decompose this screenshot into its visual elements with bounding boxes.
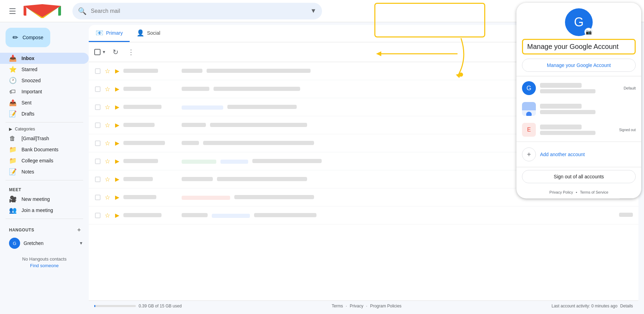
dropdown-footer: Privacy Policy • Terms of Service: [516, 187, 641, 198]
row-star-icon[interactable]: ☆: [104, 176, 111, 183]
college-label: College emails: [21, 158, 53, 163]
no-hangouts-text: No Hangouts contacts: [22, 256, 67, 262]
row-important-icon[interactable]: ▶: [114, 122, 121, 129]
row-sender: [123, 68, 179, 74]
row-checkbox[interactable]: [94, 122, 101, 129]
account-2-info: [540, 104, 636, 114]
row-star-icon[interactable]: ☆: [104, 140, 111, 147]
row-checkbox[interactable]: [94, 68, 101, 75]
sent-icon: 📤: [9, 99, 16, 107]
meet-divider: [6, 180, 83, 180]
sidebar-item-notes[interactable]: 📝 Notes: [0, 166, 89, 177]
row-important-icon[interactable]: ▶: [114, 158, 121, 165]
find-someone-link[interactable]: Find someone: [9, 263, 80, 268]
row-important-icon[interactable]: ▶: [114, 212, 121, 219]
add-hangouts-button[interactable]: +: [75, 226, 83, 234]
row-important-icon[interactable]: ▶: [114, 104, 121, 111]
row-checkbox[interactable]: [94, 104, 101, 111]
select-all-checkbox[interactable]: [94, 49, 101, 55]
important-icon: 🏷: [9, 88, 16, 95]
sidebar-item-inbox[interactable]: 📥 Inbox: [0, 53, 89, 64]
row-checkbox[interactable]: [94, 158, 101, 165]
meet-section-header: Meet: [0, 183, 89, 194]
row-important-icon[interactable]: ▶: [114, 140, 121, 147]
row-star-icon[interactable]: ☆: [104, 86, 111, 93]
sidebar-item-starred[interactable]: ⭐ Starred: [0, 64, 89, 75]
categories-label: Categories: [15, 127, 35, 131]
college-icon: 📁: [9, 157, 16, 164]
hangouts-user-avatar: G: [9, 238, 20, 249]
details-link[interactable]: Details: [620, 304, 633, 308]
privacy-link[interactable]: Privacy: [350, 304, 363, 308]
table-row[interactable]: ☆ ▶: [89, 206, 638, 224]
row-content: [123, 213, 602, 218]
row-important-icon[interactable]: ▶: [114, 68, 121, 75]
account-1-avatar: G: [522, 81, 536, 95]
account-1-email: [540, 89, 595, 93]
row-date: [605, 213, 633, 218]
last-activity-text: Last account activity: 0 minutes ago: [551, 304, 617, 308]
hangouts-user-item[interactable]: G Gretchen ▼: [0, 236, 89, 251]
terms-of-service-link[interactable]: Terms of Service: [580, 190, 608, 194]
account-row-1[interactable]: G Default: [516, 78, 641, 99]
large-avatar-container: G 📷: [516, 3, 641, 39]
important-label: Important: [21, 89, 83, 94]
sent-label: Sent: [21, 100, 83, 105]
sidebar-item-sent[interactable]: 📤 Sent: [0, 97, 89, 108]
storage-text: 0.39 GB of 15 GB used: [139, 304, 182, 308]
row-checkbox[interactable]: [94, 140, 101, 147]
compose-button[interactable]: ✏ Compose: [6, 28, 50, 47]
sidebar-item-college-emails[interactable]: 📁 College emails: [0, 155, 89, 166]
more-options-button[interactable]: ⋮: [124, 45, 138, 59]
row-star-icon[interactable]: ☆: [104, 158, 111, 165]
row-star-icon[interactable]: ☆: [104, 122, 111, 129]
search-options-icon[interactable]: ▼: [310, 7, 316, 15]
sidebar-item-join-meeting[interactable]: 👥 Join a meeting: [0, 205, 89, 216]
account-1-info: [540, 83, 619, 93]
categories-section[interactable]: ▶ Categories: [0, 125, 89, 133]
sidebar-item-snoozed[interactable]: 🕐 Snoozed: [0, 75, 89, 86]
row-checkbox[interactable]: [94, 212, 101, 219]
annotation-arrow: [374, 38, 464, 70]
snoozed-label: Snoozed: [21, 78, 83, 83]
privacy-policy-link[interactable]: Privacy Policy: [549, 190, 573, 194]
row-star-icon[interactable]: ☆: [104, 212, 111, 219]
row-important-icon[interactable]: ▶: [114, 86, 121, 93]
row-checkbox[interactable]: [94, 86, 101, 93]
account-2-email: [540, 110, 595, 114]
select-chevron-icon[interactable]: ▼: [102, 50, 106, 54]
program-policies-link[interactable]: Program Policies: [370, 304, 402, 308]
manage-account-button[interactable]: Manage your Google Account: [522, 59, 636, 72]
tab-primary[interactable]: 📧 Primary: [89, 25, 130, 42]
row-checkbox[interactable]: [94, 194, 101, 201]
hangouts-section-header: Hangouts: [0, 228, 75, 232]
row-star-icon[interactable]: ☆: [104, 194, 111, 201]
hangouts-chevron-icon: ▼: [79, 241, 83, 246]
primary-tab-icon: 📧: [96, 29, 103, 37]
sign-out-button[interactable]: Sign out of all accounts: [522, 170, 636, 183]
sidebar-item-new-meeting[interactable]: 🎥 New meeting: [0, 194, 89, 205]
account-2-name: [540, 104, 582, 109]
account-1-badge: Default: [624, 86, 636, 90]
sidebar-item-important[interactable]: 🏷 Important: [0, 86, 89, 97]
row-star-icon[interactable]: ☆: [104, 68, 111, 75]
account-row-3[interactable]: E Signed out: [516, 119, 641, 140]
row-checkbox[interactable]: [94, 176, 101, 183]
search-input[interactable]: [91, 8, 306, 14]
camera-badge[interactable]: 📷: [584, 28, 593, 36]
account-row-2[interactable]: [516, 99, 641, 119]
add-account-row[interactable]: + Add another account: [516, 143, 641, 166]
add-account-icon: +: [522, 147, 536, 161]
new-meeting-icon: 🎥: [9, 195, 16, 203]
sidebar-item-drafts[interactable]: 📝 Drafts: [0, 108, 89, 119]
row-star-icon[interactable]: ☆: [104, 104, 111, 111]
row-important-icon[interactable]: ▶: [114, 194, 121, 201]
compose-icon: ✏: [12, 33, 18, 42]
terms-link[interactable]: Terms: [332, 304, 343, 308]
hamburger-menu-button[interactable]: [6, 4, 19, 18]
sidebar-item-bank-documents[interactable]: 📁 Bank Documents: [0, 144, 89, 155]
tab-social[interactable]: 👤 Social: [130, 25, 167, 42]
refresh-button[interactable]: ↻: [109, 45, 123, 59]
row-important-icon[interactable]: ▶: [114, 176, 121, 183]
sidebar-item-gtrash[interactable]: 🗑 [Gmail]Trash: [0, 133, 89, 144]
